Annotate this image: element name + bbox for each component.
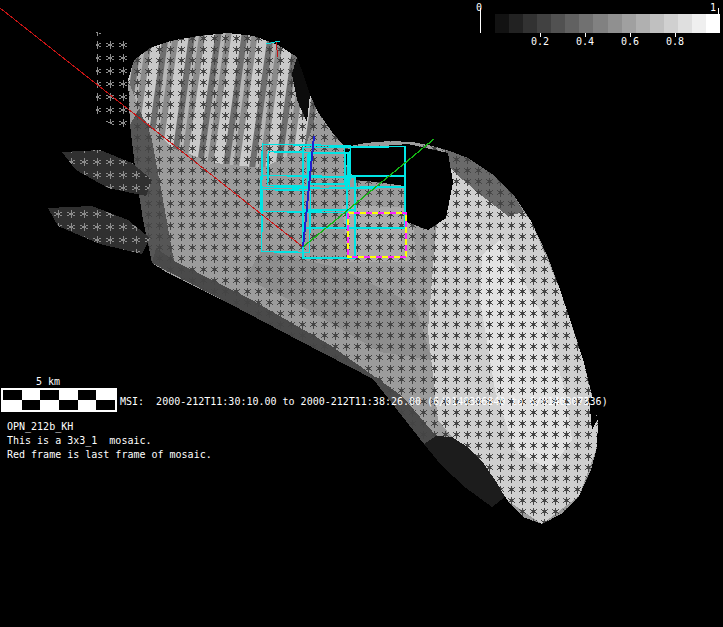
scale-bar-cell xyxy=(96,400,115,410)
scale-bar-cell xyxy=(59,390,78,400)
scale-bar-cell xyxy=(22,390,41,400)
scale-bar-cell xyxy=(40,390,59,400)
colorbar-step xyxy=(551,14,565,33)
colorbar-step xyxy=(579,14,593,33)
scale-bar-cell xyxy=(3,390,22,400)
colorbar-tick-label: 0.4 xyxy=(576,36,594,47)
colorbar-step xyxy=(678,14,692,33)
colorbar-step xyxy=(495,14,509,33)
colorbar-step xyxy=(537,14,551,33)
colorbar-step xyxy=(608,14,622,33)
colorbar-step xyxy=(692,14,706,33)
scale-bar-cell xyxy=(78,390,97,400)
scale-bar-cell xyxy=(78,400,97,410)
colorbar-step xyxy=(593,14,607,33)
annotation-mosaic-info: This is a 3x3_1 mosaic. xyxy=(7,435,152,446)
scale-bar-cell xyxy=(3,400,22,410)
colorbar-tick-label: 0.8 xyxy=(666,36,684,47)
colorbar-step xyxy=(523,14,537,33)
colorbar-step xyxy=(565,14,579,33)
scale-bar-cell xyxy=(40,400,59,410)
render-canvas[interactable] xyxy=(0,0,723,627)
colorbar-tick-label: 0.6 xyxy=(621,36,639,47)
scale-bar-checker xyxy=(1,388,117,412)
annotation-red-frame-note: Red frame is last frame of mosaic. xyxy=(7,449,212,460)
scale-bar-cell xyxy=(96,390,115,400)
sparse-left-stars xyxy=(96,32,132,132)
annotation-sequence-name: OPN_212b_KH xyxy=(7,421,73,432)
colorbar-endline-left xyxy=(480,8,481,33)
status-line: MSI: 2000-212T11:30:10.00 to 2000-212T11… xyxy=(120,396,608,407)
colorbar-step xyxy=(622,14,636,33)
colorbar-gradient xyxy=(495,14,720,33)
colorbar-step xyxy=(664,14,678,33)
scale-bar-cell xyxy=(22,400,41,410)
colorbar-step xyxy=(509,14,523,33)
left-arm-lower-stars xyxy=(48,206,150,254)
viewport: 0 1 0.2 0.4 0.6 0.8 5 km MSI: 2000-212T1… xyxy=(0,0,723,627)
colorbar-tick-label: 0.2 xyxy=(531,36,549,47)
colorbar-step xyxy=(706,14,720,33)
colorbar-step xyxy=(636,14,650,33)
colorbar-step xyxy=(650,14,664,33)
scale-bar-cell xyxy=(59,400,78,410)
scale-bar-label: 5 km xyxy=(36,376,60,387)
colorbar-max-label: 1 xyxy=(710,2,716,13)
